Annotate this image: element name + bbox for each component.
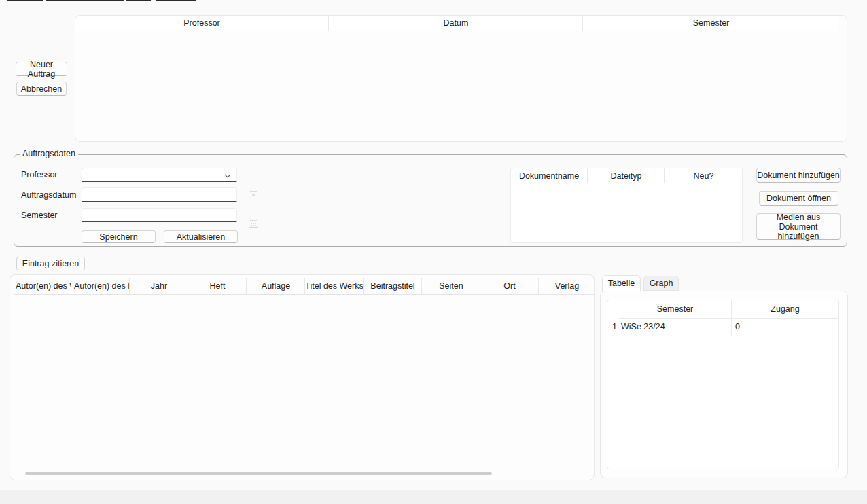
top-edge-segment [126, 0, 151, 1]
calendar-icon[interactable] [249, 190, 258, 198]
button-label: Aktualisieren [177, 232, 226, 242]
cite-entry-button[interactable]: Eintrag zitieren [16, 257, 85, 270]
calendar-icon[interactable] [249, 219, 258, 228]
stats-table: Semester Zugang 1 WiSe 23/24 0 [607, 300, 839, 469]
button-label: Abbrechen [21, 84, 62, 94]
entries-column-work-authors[interactable]: Autor(en) des Werks [14, 278, 71, 294]
column-label: Beitragstitel [370, 281, 414, 291]
entries-column-edition[interactable]: Auflage [247, 278, 305, 294]
column-label: Dokumentname [519, 171, 579, 181]
documents-table-header: Dokumentname Dateityp Neu? [511, 168, 742, 183]
column-label: Autor(en) des Beitrags [74, 281, 130, 291]
button-label: Speichern [99, 232, 137, 242]
entries-column-place[interactable]: Ort [481, 278, 539, 294]
entries-column-work-title[interactable]: Titel des Werks [306, 278, 364, 294]
button-label: Dokument hinzufügen [757, 170, 840, 180]
column-label: Semester [693, 18, 730, 28]
column-label: Auflage [262, 281, 290, 291]
button-label: Eintrag zitieren [22, 259, 79, 268]
documents-column-filetype[interactable]: Dateityp [588, 168, 665, 183]
orders-table-body [75, 32, 847, 141]
column-label: Seiten [439, 281, 463, 291]
horizontal-scrollbar[interactable] [25, 472, 492, 475]
tab-label: Graph [650, 278, 673, 288]
column-label: Autor(en) des Werks [16, 281, 71, 291]
button-label: Neuer Auftrag [16, 60, 67, 79]
button-label: Medien aus Dokument hinzufügen [758, 213, 838, 241]
column-label: Titel des Werks [306, 281, 364, 291]
entries-column-issue[interactable]: Heft [189, 278, 247, 294]
column-label: Dateityp [611, 171, 642, 181]
semester-input[interactable] [82, 208, 237, 222]
stats-panel: Semester Zugang 1 WiSe 23/24 0 [600, 291, 848, 478]
column-label: Neu? [694, 171, 714, 181]
top-edge-segment [156, 0, 196, 1]
entries-column-year[interactable]: Jahr [130, 278, 188, 294]
tab-label: Tabelle [608, 278, 635, 288]
add-media-from-document-button[interactable]: Medien aus Dokument hinzufügen [756, 213, 841, 240]
app-window: { "top_table": { "columns": ["Professor"… [0, 0, 867, 504]
stats-column-semester[interactable]: Semester [619, 300, 731, 318]
entries-table: Autor(en) des Werks Autor(en) des Beitra… [10, 274, 595, 480]
column-label: Semester [657, 304, 694, 314]
orders-table-header: Professor Datum Semester [75, 16, 838, 31]
entries-table-header: Autor(en) des Werks Autor(en) des Beitra… [14, 278, 595, 295]
row-semester: WiSe 23/24 [621, 322, 665, 331]
top-edge-segment [7, 0, 43, 1]
column-label: Professor [183, 18, 220, 28]
save-button[interactable]: Speichern [82, 230, 156, 243]
column-label: Zugang [771, 304, 799, 314]
column-label: Jahr [151, 281, 167, 291]
entries-column-pages[interactable]: Seiten [423, 278, 480, 294]
semester-label: Semester [21, 211, 58, 220]
row-zugang: 0 [735, 322, 740, 331]
order-date-input[interactable] [82, 187, 237, 202]
button-label: Dokument öffnen [766, 194, 831, 203]
column-label: Verlag [555, 281, 579, 291]
order-form-groupbox: Auftragsdaten Professor Auftragsdatum Se… [14, 154, 847, 247]
bottom-strip [0, 490, 867, 504]
top-edge-segment [46, 0, 124, 1]
add-document-button[interactable]: Dokument hinzufügen [756, 168, 841, 183]
tab-tabelle[interactable]: Tabelle [602, 275, 641, 291]
order-date-label: Auftragsdatum [21, 190, 76, 200]
column-label: Ort [503, 281, 515, 291]
refresh-button[interactable]: Aktualisieren [164, 230, 238, 243]
orders-column-datum[interactable]: Datum [330, 16, 583, 31]
documents-column-new[interactable]: Neu? [665, 168, 742, 183]
documents-table-body [511, 184, 742, 242]
entries-column-contribution-authors[interactable]: Autor(en) des Beitrags [72, 278, 130, 294]
stats-column-zugang[interactable]: Zugang [732, 300, 838, 318]
entries-table-body [14, 295, 592, 469]
table-row[interactable]: 1 WiSe 23/24 0 [607, 319, 838, 336]
orders-column-semester[interactable]: Semester [584, 16, 838, 31]
entries-column-contribution-title[interactable]: Beitragstitel [364, 278, 422, 294]
cancel-button[interactable]: Abbrechen [16, 82, 67, 96]
chevron-down-icon [224, 174, 231, 178]
professor-label: Professor [21, 170, 58, 179]
open-document-button[interactable]: Dokument öffnen [759, 191, 838, 206]
column-label: Datum [444, 18, 469, 28]
documents-column-name[interactable]: Dokumentname [511, 168, 588, 183]
orders-column-professor[interactable]: Professor [75, 16, 329, 31]
new-order-button[interactable]: Neuer Auftrag [16, 62, 67, 76]
documents-table: Dokumentname Dateityp Neu? [510, 168, 743, 243]
row-number: 1 [610, 322, 617, 331]
tab-graph[interactable]: Graph [643, 276, 679, 291]
orders-table: Professor Datum Semester [75, 15, 847, 142]
column-label: Heft [210, 281, 226, 291]
entries-column-publisher[interactable]: Verlag [539, 278, 595, 294]
row-divider [619, 336, 838, 336]
groupbox-legend: Auftragsdaten [20, 149, 78, 158]
professor-combobox[interactable] [82, 168, 237, 182]
